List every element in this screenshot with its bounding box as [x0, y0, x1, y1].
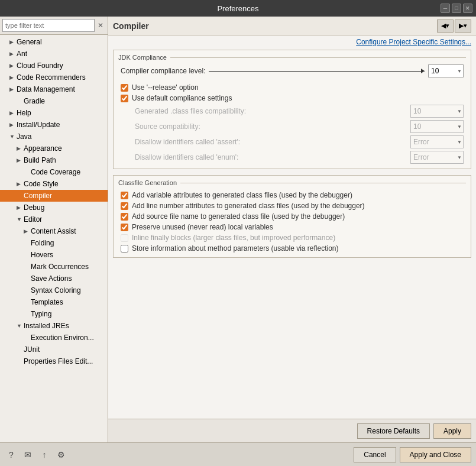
window-title: Preferences	[217, 4, 258, 13]
arrow-icon: ▶	[17, 157, 24, 163]
sidebar-item-syntax-coloring[interactable]: Syntax Coloring	[0, 284, 108, 296]
sidebar-item-save-actions[interactable]: Save Actions	[0, 273, 108, 284]
sidebar-item-properties-files[interactable]: Properties Files Edit...	[0, 355, 108, 367]
dropdown-arrow-icon: ▼	[457, 109, 462, 114]
disallow-assert-value: Error	[413, 138, 429, 146]
export-icon[interactable]: ✉	[21, 448, 34, 461]
sidebar-item-appearance[interactable]: ▶ Appearance	[0, 143, 108, 154]
add-line-label: Add line number attributes to generated …	[132, 202, 365, 210]
configure-link[interactable]: Configure Project Specific Settings...	[108, 35, 476, 47]
generated-class-select[interactable]: 10 ▼	[410, 105, 464, 118]
arrow-icon: ▼	[17, 323, 24, 329]
sidebar-item-label: Compiler	[24, 192, 105, 200]
settings-icon[interactable]: ⚙	[54, 448, 67, 461]
jdk-compliance-section: JDK Compliance Compiler compliance level…	[113, 50, 471, 169]
store-info-checkbox[interactable]	[121, 245, 128, 253]
disallow-enum-row: Disallow identifiers called 'enum': Erro…	[118, 150, 466, 165]
sidebar-item-gradle[interactable]: Gradle	[0, 95, 108, 107]
sidebar-item-hovers[interactable]: Hovers	[0, 249, 108, 261]
arrow-icon: ▶	[17, 205, 24, 211]
nav-forward-button[interactable]: ▶▾	[455, 20, 471, 33]
generated-class-label: Generated .class files compatibility:	[135, 107, 406, 115]
use-default-compliance-row: Use default compliance settings	[118, 93, 466, 103]
sidebar-item-compiler[interactable]: Compiler	[0, 190, 108, 202]
preserve-unused-checkbox[interactable]	[121, 224, 128, 231]
dropdown-arrow-icon: ▼	[457, 124, 462, 130]
sidebar-item-label: Code Style	[24, 180, 105, 188]
panel-nav-buttons: ◀▾ ▶▾	[437, 20, 471, 33]
sidebar-item-junit[interactable]: JUnit	[0, 344, 108, 355]
arrow-icon: ▶	[9, 63, 17, 69]
inline-finally-checkbox[interactable]	[121, 234, 128, 242]
sidebar-item-cloud-foundry[interactable]: ▶ Cloud Foundry	[0, 60, 108, 72]
sidebar-item-label: Content Assist	[31, 227, 105, 235]
content-area: ✕ ▶ General ▶ Ant ▶ Cloud Foundry ▶ Code…	[0, 17, 476, 442]
add-line-checkbox[interactable]	[121, 202, 128, 210]
add-variable-row: Add variable attributes to generated cla…	[118, 190, 466, 200]
minimize-button[interactable]: ─	[441, 4, 450, 13]
apply-and-close-button[interactable]: Apply and Close	[400, 447, 471, 462]
sidebar-item-ant[interactable]: ▶ Ant	[0, 48, 108, 60]
arrow-icon: ▶	[9, 51, 17, 57]
panel-header: Compiler ◀▾ ▶▾	[108, 17, 476, 35]
sidebar-item-templates[interactable]: Templates	[0, 296, 108, 308]
sidebar-item-folding[interactable]: Folding	[0, 237, 108, 249]
sidebar-item-data-management[interactable]: ▶ Data Management	[0, 83, 108, 95]
add-source-checkbox[interactable]	[121, 213, 128, 221]
source-compat-select[interactable]: 10 ▼	[410, 120, 464, 133]
restore-defaults-button[interactable]: Restore Defaults	[357, 423, 430, 439]
apply-button[interactable]: Apply	[433, 423, 471, 439]
sidebar-item-install-update[interactable]: ▶ Install/Update	[0, 119, 108, 131]
close-button[interactable]: ✕	[463, 4, 472, 13]
sidebar-item-general[interactable]: ▶ General	[0, 36, 108, 48]
sidebar-item-build-path[interactable]: ▶ Build Path	[0, 154, 108, 166]
sidebar-item-code-recommenders[interactable]: ▶ Code Recommenders	[0, 72, 108, 83]
add-variable-checkbox[interactable]	[121, 192, 128, 199]
sidebar-item-editor[interactable]: ▼ Editor	[0, 213, 108, 225]
maximize-button[interactable]: □	[452, 4, 461, 13]
preserve-unused-row: Preserve unused (never read) local varia…	[118, 222, 466, 232]
sidebar-item-help[interactable]: ▶ Help	[0, 107, 108, 119]
filter-clear-button[interactable]: ✕	[96, 21, 105, 30]
source-compat-value: 10	[413, 122, 421, 131]
sidebar-item-installed-jres[interactable]: ▼ Installed JREs	[0, 320, 108, 332]
compliance-arrow-line	[209, 71, 425, 72]
use-release-checkbox[interactable]	[121, 84, 128, 92]
sidebar-item-code-coverage[interactable]: Code Coverage	[0, 166, 108, 178]
add-source-label: Add source file name to generated class …	[132, 212, 345, 221]
help-icon[interactable]: ?	[5, 448, 18, 461]
sidebar: ✕ ▶ General ▶ Ant ▶ Cloud Foundry ▶ Code…	[0, 17, 108, 442]
sidebar-item-mark-occurrences[interactable]: Mark Occurrences	[0, 261, 108, 273]
import-icon[interactable]: ↑	[38, 448, 51, 461]
disallow-assert-select[interactable]: Error ▼	[410, 135, 464, 148]
sidebar-item-label: Ant	[17, 50, 105, 58]
arrow-icon: ▶	[9, 39, 17, 45]
footer-icons: ? ✉ ↑ ⚙	[5, 448, 67, 461]
inline-finally-label: Inline finally blocks (larger class file…	[132, 234, 335, 242]
filter-input[interactable]	[2, 19, 95, 32]
sidebar-item-debug[interactable]: ▶ Debug	[0, 202, 108, 213]
disallow-enum-label: Disallow identifiers called 'enum':	[135, 153, 406, 161]
use-default-compliance-checkbox[interactable]	[121, 95, 128, 102]
sidebar-item-label: Syntax Coloring	[31, 286, 105, 295]
sidebar-item-code-style[interactable]: ▶ Code Style	[0, 178, 108, 190]
sidebar-item-java[interactable]: ▼ Java	[0, 131, 108, 143]
use-default-compliance-label: Use default compliance settings	[132, 94, 232, 102]
sidebar-item-content-assist[interactable]: ▶ Content Assist	[0, 225, 108, 237]
classfile-generation-section: Classfile Generation Add variable attrib…	[113, 175, 471, 258]
cancel-button[interactable]: Cancel	[354, 447, 396, 462]
sidebar-item-execution-environ[interactable]: Execution Environ...	[0, 332, 108, 344]
sidebar-item-label: Appearance	[24, 144, 105, 153]
sidebar-item-typing[interactable]: Typing	[0, 308, 108, 320]
sidebar-item-label: Installed JREs	[24, 322, 105, 330]
sidebar-item-label: General	[17, 38, 105, 46]
nav-back-button[interactable]: ◀▾	[437, 20, 454, 33]
add-line-row: Add line number attributes to generated …	[118, 200, 466, 211]
sidebar-item-label: Code Coverage	[31, 168, 105, 176]
sidebar-item-label: Typing	[31, 310, 105, 318]
sidebar-item-label: Gradle	[24, 97, 105, 105]
compliance-level-select[interactable]: 10 ▼	[428, 64, 464, 77]
compliance-level-row: Compiler compliance level: 10 ▼	[118, 64, 466, 77]
arrow-icon: ▶	[9, 86, 17, 92]
disallow-enum-select[interactable]: Error ▼	[410, 151, 464, 164]
